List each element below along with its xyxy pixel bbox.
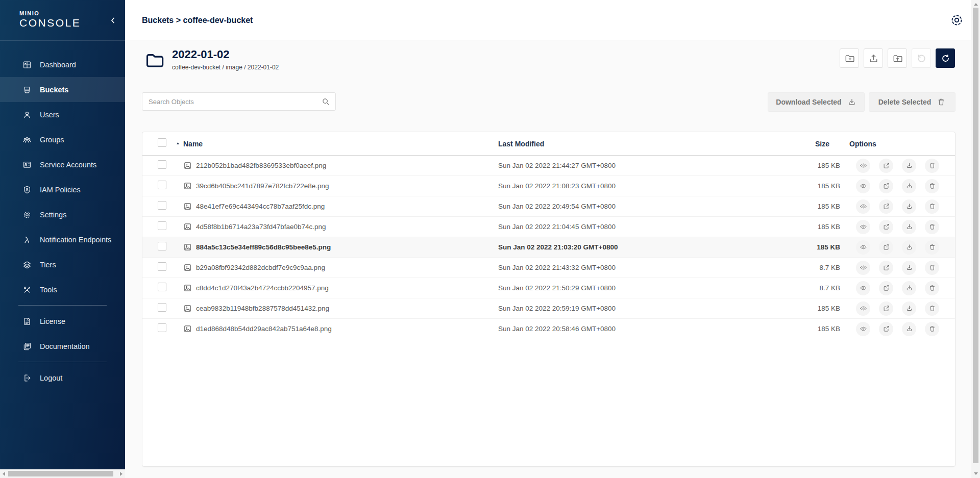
settings-gear-icon[interactable]: [949, 13, 964, 28]
download-button[interactable]: [902, 159, 916, 173]
sidebar-item[interactable]: Documentation: [0, 334, 125, 359]
delete-button[interactable]: [925, 322, 939, 336]
upload-folder-button[interactable]: [888, 48, 907, 68]
object-name: c8dd4c1d270f43a2b4724ccbb2204957.png: [196, 284, 329, 292]
vertical-scrollbar-thumb[interactable]: [973, 8, 978, 463]
share-button[interactable]: [879, 261, 893, 275]
row-checkbox[interactable]: [158, 283, 166, 291]
sidebar-item[interactable]: Notification Endpoints: [0, 227, 125, 252]
row-checkbox[interactable]: [158, 181, 166, 189]
sidebar-item[interactable]: License: [0, 309, 125, 334]
share-button[interactable]: [879, 240, 893, 255]
preview-button[interactable]: [856, 159, 870, 173]
row-checkbox[interactable]: [158, 303, 166, 312]
preview-button[interactable]: [856, 281, 870, 295]
sidebar-item[interactable]: Groups: [0, 127, 125, 152]
upload-file-button[interactable]: [864, 48, 883, 68]
preview-button[interactable]: [856, 199, 870, 214]
breadcrumb[interactable]: Buckets > coffee-dev-bucket: [142, 0, 253, 40]
preview-button[interactable]: [856, 220, 870, 234]
download-button[interactable]: [902, 322, 916, 336]
last-modified-column-header: Last Modified: [498, 140, 794, 148]
d1ed868d48b54dd29ac842ab751a64e8.png: d1ed868d48b54dd29ac842ab751a64e8.png Sun…: [142, 319, 955, 339]
row-checkbox[interactable]: [158, 201, 166, 210]
sidebar-item[interactable]: Tiers: [0, 252, 125, 277]
row-checkbox[interactable]: [158, 221, 166, 230]
sidebar-item[interactable]: Settings: [0, 202, 125, 227]
new-path-button[interactable]: [840, 48, 859, 68]
object-name-cell[interactable]: d1ed868d48b54dd29ac842ab751a64e8.png: [183, 324, 498, 333]
image-file-icon: [183, 161, 192, 170]
sidebar-item[interactable]: Tools: [0, 277, 125, 302]
object-name-cell[interactable]: 39cd6b405bc241d7897e782fcb722e8e.png: [183, 182, 498, 190]
delete-button[interactable]: [925, 240, 939, 255]
preview-button[interactable]: [856, 179, 870, 193]
object-path-breadcrumb[interactable]: coffee-dev-bucket / image / 2022-01-02: [172, 64, 279, 71]
row-checkbox[interactable]: [158, 160, 166, 169]
preview-button[interactable]: [856, 261, 870, 275]
delete-button[interactable]: [925, 199, 939, 214]
buckets-icon: [22, 85, 32, 94]
share-button[interactable]: [879, 199, 893, 214]
download-selected-button[interactable]: Download Selected: [768, 92, 865, 112]
share-button[interactable]: [879, 159, 893, 173]
download-button[interactable]: [902, 261, 916, 275]
sidebar-item-label: Buckets: [40, 86, 68, 94]
preview-button[interactable]: [856, 240, 870, 255]
rewind-button[interactable]: [912, 48, 931, 68]
download-button[interactable]: [902, 240, 916, 255]
content-area: 2022-01-02 coffee-dev-bucket / image / 2…: [125, 40, 971, 478]
delete-button[interactable]: [925, 159, 939, 173]
object-name-cell[interactable]: c8dd4c1d270f43a2b4724ccbb2204957.png: [183, 284, 498, 292]
row-options: [840, 301, 955, 316]
preview-button[interactable]: [856, 322, 870, 336]
horizontal-scrollbar-thumb[interactable]: [8, 471, 113, 476]
sidebar-collapse-button[interactable]: [108, 15, 118, 26]
row-options: [840, 240, 955, 255]
app-logo: MINIO CONSOLE: [0, 0, 125, 40]
delete-button[interactable]: [925, 281, 939, 295]
download-button[interactable]: [902, 179, 916, 193]
object-name-cell[interactable]: 48e41ef7e69c443494cc78b7aaf25fdc.png: [183, 202, 498, 211]
delete-button[interactable]: [925, 179, 939, 193]
download-button[interactable]: [902, 220, 916, 234]
scroll-down-arrow-icon[interactable]: [974, 472, 978, 475]
search-input[interactable]: [142, 92, 336, 111]
scroll-left-arrow-icon[interactable]: [3, 472, 5, 476]
trash-icon: [937, 97, 946, 107]
sidebar-item[interactable]: IAM Policies: [0, 177, 125, 202]
object-name-cell[interactable]: 4d58f8b1b6714a23a73fd47bfae0b74c.png: [183, 222, 498, 231]
vertical-scrollbar[interactable]: [971, 0, 980, 478]
preview-button[interactable]: [856, 301, 870, 316]
share-button[interactable]: [879, 322, 893, 336]
object-name-cell[interactable]: 884a5c13c5e34eff89c56d8c95bee8e5.png: [183, 243, 498, 251]
download-button[interactable]: [902, 199, 916, 214]
row-checkbox[interactable]: [158, 323, 166, 332]
refresh-button[interactable]: [936, 48, 955, 68]
sidebar-item[interactable]: Logout: [0, 365, 125, 390]
delete-button[interactable]: [925, 220, 939, 234]
share-button[interactable]: [879, 301, 893, 316]
scroll-right-arrow-icon[interactable]: [120, 472, 122, 476]
share-button[interactable]: [879, 220, 893, 234]
row-checkbox[interactable]: [158, 262, 166, 271]
name-column-header[interactable]: Name: [175, 140, 498, 148]
object-name-cell[interactable]: ceab9832b11948bfb2887578dd451432.png: [183, 304, 498, 313]
row-checkbox[interactable]: [158, 242, 166, 250]
horizontal-scrollbar[interactable]: [0, 469, 125, 478]
share-button[interactable]: [879, 281, 893, 295]
object-name-cell[interactable]: 212b052b1bad482fb8369533ebf0aeef.png: [183, 161, 498, 170]
select-all-checkbox[interactable]: [158, 138, 166, 147]
sidebar-item[interactable]: Service Accounts: [0, 152, 125, 177]
scroll-up-arrow-icon[interactable]: [974, 3, 978, 6]
object-name-cell[interactable]: b29a08fbf92342d882dcbdf7e9c9c9aa.png: [183, 263, 498, 272]
delete-selected-button[interactable]: Delete Selected: [869, 92, 955, 112]
delete-button[interactable]: [925, 301, 939, 316]
download-button[interactable]: [902, 301, 916, 316]
sidebar-item[interactable]: Users: [0, 102, 125, 127]
sidebar-item[interactable]: Buckets: [0, 77, 125, 102]
delete-button[interactable]: [925, 261, 939, 275]
share-button[interactable]: [879, 179, 893, 193]
download-button[interactable]: [902, 281, 916, 295]
sidebar-item[interactable]: Dashboard: [0, 52, 125, 77]
